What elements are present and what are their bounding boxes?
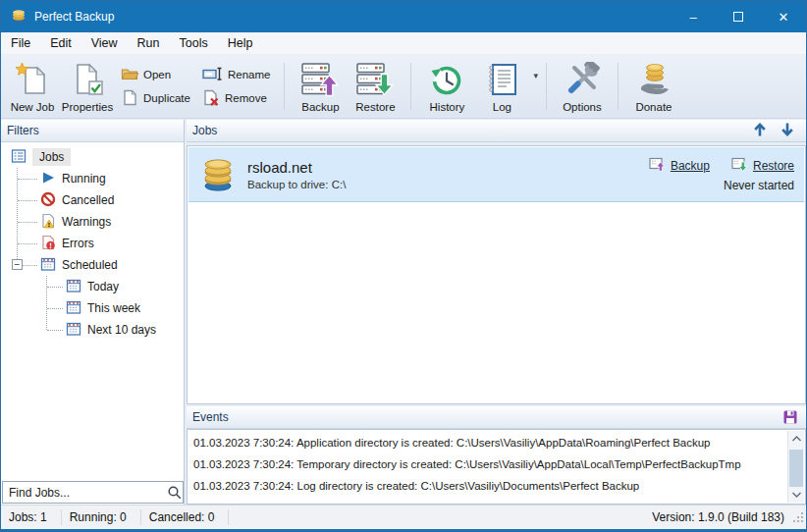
scroll-down-icon[interactable]: [788, 487, 804, 503]
filters-tree: − Jobs Running: [1, 142, 184, 481]
menu-help[interactable]: Help: [218, 33, 263, 53]
backup-button[interactable]: Backup: [293, 57, 348, 116]
new-job-button[interactable]: New Job: [5, 57, 60, 116]
remove-label: Remove: [225, 92, 267, 104]
titlebar: Perfect Backup – ✕: [1, 1, 806, 32]
running-icon: [40, 170, 56, 188]
log-button[interactable]: Log: [474, 57, 529, 113]
events-scrollbar[interactable]: [787, 431, 804, 503]
donate-label: Donate: [635, 101, 672, 113]
tree-item-cancelled[interactable]: Cancelled: [40, 189, 114, 211]
cancelled-icon: [40, 191, 56, 210]
events-log: 01.03.2023 7:30:24: Application director…: [187, 429, 806, 505]
tree-item-this-week[interactable]: This week: [66, 297, 140, 319]
rename-icon: [202, 66, 223, 83]
move-down-button[interactable]: [779, 121, 796, 141]
toolbar-separator: [284, 63, 285, 110]
scrollbar-thumb[interactable]: [789, 450, 803, 487]
save-icon: [782, 409, 798, 425]
app-icon: [11, 9, 27, 25]
status-cancelled-count: Cancelled: 0: [141, 510, 229, 524]
scroll-up-icon[interactable]: [788, 431, 804, 447]
filters-panel-header: Filters: [1, 120, 184, 142]
save-events-button[interactable]: [782, 409, 798, 425]
mini-restore-icon: [731, 157, 748, 175]
tree-item-today[interactable]: Today: [66, 276, 119, 297]
tree-item-next-10-days[interactable]: Next 10 days: [66, 319, 156, 341]
jobs-list: rsload.net Backup to drive: C:\: [187, 145, 806, 404]
properties-button[interactable]: Properties: [60, 57, 115, 116]
tree-line: [18, 222, 37, 223]
duplicate-button[interactable]: Duplicate: [121, 89, 190, 108]
app-window: Perfect Backup – ✕ File Edit View Run To…: [0, 0, 807, 532]
restore-button[interactable]: Restore: [348, 57, 403, 116]
tree-line: [47, 287, 63, 288]
tree-item-scheduled[interactable]: Scheduled: [40, 254, 118, 276]
statusbar: Jobs: 1 Running: 0 Cancelled: 0 Version:…: [1, 505, 806, 531]
scheduled-expander[interactable]: −: [12, 259, 23, 270]
minimize-icon: –: [689, 10, 696, 25]
maximize-button[interactable]: [716, 1, 761, 32]
tree-item-label: Errors: [62, 237, 94, 250]
events-header-label: Events: [192, 410, 229, 424]
minimize-button[interactable]: –: [671, 1, 716, 32]
find-jobs-box: [2, 481, 184, 504]
status-separator: [228, 509, 229, 525]
status-version: Version: 1.9.0 (Build 183): [652, 510, 806, 524]
tree-line: [23, 265, 37, 266]
search-icon: [167, 485, 183, 501]
calendar-icon: [66, 299, 81, 318]
move-up-button[interactable]: [751, 121, 769, 141]
tree-item-warnings[interactable]: Warnings: [40, 211, 111, 233]
remove-button[interactable]: Remove: [202, 89, 270, 108]
duplicate-icon: [121, 89, 138, 108]
menu-run[interactable]: Run: [128, 33, 170, 53]
options-label: Options: [563, 101, 602, 113]
tree-item-label: This week: [87, 301, 140, 315]
job-backup-link[interactable]: Backup: [649, 157, 710, 175]
log-icon: [485, 62, 518, 99]
remove-icon: [202, 89, 220, 108]
find-jobs-input[interactable]: [3, 486, 167, 500]
duplicate-label: Duplicate: [143, 92, 190, 104]
job-restore-link[interactable]: Restore: [731, 157, 794, 175]
status-running-count: Running: 0: [62, 510, 140, 524]
menu-edit[interactable]: Edit: [40, 33, 81, 53]
donate-button[interactable]: Donate: [626, 57, 681, 116]
tree-line: [47, 330, 63, 331]
tree-item-running[interactable]: Running: [40, 168, 106, 189]
job-row[interactable]: rsload.net Backup to drive: C:\: [188, 147, 804, 202]
calendar-icon: [66, 278, 81, 296]
menubar: File Edit View Run Tools Help: [1, 32, 806, 55]
tree-item-jobs[interactable]: Jobs: [11, 146, 71, 168]
properties-icon: [70, 62, 105, 99]
tree-line: [17, 168, 18, 265]
tree-item-label: Cancelled: [62, 193, 114, 207]
rename-button[interactable]: Rename: [202, 66, 270, 83]
log-dropdown-button[interactable]: ▾: [533, 71, 538, 80]
tree-item-label: Warnings: [62, 215, 111, 229]
options-button[interactable]: Options: [555, 57, 610, 116]
events-panel-header: Events: [187, 406, 806, 429]
open-button[interactable]: Open: [121, 66, 190, 83]
tree-line: [46, 276, 47, 330]
calendar-icon: [66, 321, 81, 340]
menu-view[interactable]: View: [81, 33, 128, 53]
job-restore-link-label: Restore: [753, 159, 794, 173]
window-title: Perfect Backup: [34, 10, 114, 24]
mini-backup-icon: [649, 157, 666, 175]
event-entry: 01.03.2023 7:30:52: Created new job: "rs…: [188, 497, 787, 504]
open-icon: [121, 66, 138, 83]
menu-tools[interactable]: Tools: [170, 33, 218, 53]
donate-icon: [636, 62, 672, 99]
history-label: History: [430, 101, 465, 113]
menu-file[interactable]: File: [1, 33, 40, 53]
close-icon: ✕: [779, 10, 789, 25]
job-database-icon: [200, 157, 236, 192]
history-button[interactable]: History: [419, 57, 474, 116]
tree-item-errors[interactable]: Errors: [40, 233, 94, 254]
close-button[interactable]: ✕: [761, 1, 806, 32]
event-entry: 01.03.2023 7:30:24: Application director…: [188, 432, 787, 453]
resize-grip[interactable]: [791, 510, 804, 526]
rename-label: Rename: [228, 69, 270, 80]
